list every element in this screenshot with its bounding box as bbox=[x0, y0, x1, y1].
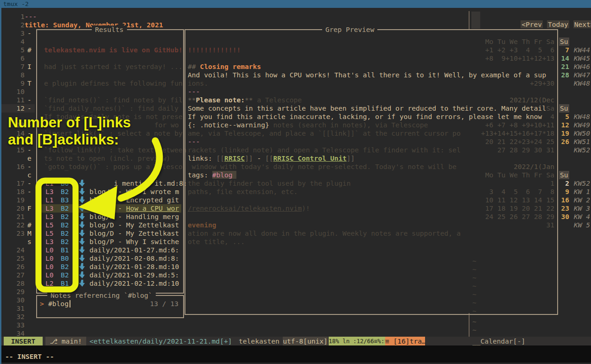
result-label: daily/2021-01-28.md:10 bbox=[89, 263, 179, 271]
calendar-sunday-day[interactable]: 2 bbox=[565, 179, 569, 188]
results-row[interactable]: L0B1daily/2021-01-27.md:6: bbox=[37, 246, 181, 254]
calendar-sunday-day[interactable]: 30 bbox=[561, 213, 569, 221]
line-number: 12 bbox=[5, 104, 25, 113]
calendar-sunday-day[interactable]: 9 bbox=[565, 188, 569, 196]
calendar-sunday-day[interactable]: 14 bbox=[561, 54, 569, 63]
calendar-week-number: KW50 bbox=[574, 129, 590, 138]
preview-line: --- bbox=[188, 88, 200, 96]
file-path-segment[interactable]: <ettelkasten/daily/2021-11-21.md[+] bbox=[89, 337, 232, 345]
results-row[interactable]: L0B0daily/2021-02-08.md:8: bbox=[37, 254, 181, 263]
line-number: 27 bbox=[5, 271, 25, 279]
line-number: 10 bbox=[5, 88, 25, 96]
results-row[interactable]: L5B2blog/D - My Zettelkast bbox=[37, 229, 181, 238]
line-number: 11 bbox=[5, 96, 25, 104]
results-row[interactable]: L0B2daily/2021-01-29.md:5: bbox=[37, 271, 181, 279]
note-icon-wrap bbox=[79, 238, 85, 246]
calendar-prev-button[interactable]: <Prev bbox=[521, 20, 543, 28]
window-separator[interactable] bbox=[469, 313, 470, 337]
calendar-week-days: 31 bbox=[546, 221, 554, 229]
preview-line: links: [[RRISC]] - [[RRISC Control Unit]… bbox=[188, 154, 355, 163]
buffer-text-fragment: - bbox=[27, 96, 32, 104]
links-count: L3 bbox=[45, 204, 54, 213]
annotation-text: Number of [L]inks and [B]acklinks: bbox=[8, 114, 131, 148]
diagnostics-segment[interactable]: ≡ [16]tra… bbox=[385, 337, 425, 345]
links-count: L2 bbox=[45, 279, 54, 288]
line-number: 22 bbox=[5, 221, 25, 229]
links-count: L0 bbox=[45, 271, 54, 279]
markdown-note-icon bbox=[79, 246, 85, 253]
preview-line: --- bbox=[188, 138, 200, 146]
line-number: 24 bbox=[5, 246, 25, 254]
preview-line: ote title, ... bbox=[188, 238, 245, 246]
backlinks-count: B1 bbox=[61, 246, 69, 254]
calendar-week-days: 27 28 29 30 31 bbox=[493, 146, 554, 154]
results-row[interactable]: L3B2blog/P - Why I wrote m bbox=[37, 188, 181, 196]
markdown-note-icon bbox=[79, 213, 85, 220]
note-icon-wrap bbox=[79, 221, 85, 229]
preview-line: paths, file extension, etc. bbox=[188, 188, 298, 196]
preview-text-segment: --- bbox=[188, 138, 200, 145]
calendar-today-button[interactable]: Today bbox=[547, 20, 569, 28]
git-branch-segment[interactable]: ⎇ main! bbox=[45, 337, 86, 345]
results-row[interactable]: L1B3blog/P - Encrypted git bbox=[37, 196, 181, 204]
calendar-week-days: 4 bbox=[550, 113, 554, 121]
calendar-sunday-day[interactable]: 26 bbox=[561, 138, 569, 146]
calendar-sunday-day[interactable]: 12 bbox=[561, 121, 569, 129]
results-row[interactable]: L0B2daily/2021-01-28.md:10 bbox=[37, 263, 181, 271]
calendar-weekday-header: Mo Tu We Th Fr Sa bbox=[485, 171, 554, 179]
prompt-title: Notes referencing `#blog` bbox=[47, 291, 156, 300]
results-row[interactable]: L3B2blog/P - Why I switche bbox=[37, 238, 181, 246]
empty-line-tilde: ~ bbox=[472, 265, 477, 274]
calendar-sunday-header: Su bbox=[559, 171, 569, 179]
results-row[interactable]: L3B2blog/P - Handling merg bbox=[37, 213, 181, 221]
results-row[interactable]: L2B1daily/2021-02-12.md:10 bbox=[37, 279, 181, 288]
backlinks-count: B3 bbox=[61, 196, 69, 204]
calendar-week-number: KW 5 bbox=[574, 221, 590, 229]
calendar-week-number: KW52 bbox=[574, 146, 590, 154]
preview-line: rackets (linked note) and open a Telesco… bbox=[188, 146, 461, 154]
empty-line-tilde: ~ bbox=[472, 326, 477, 334]
result-label: daily/2021-02-12.md:10 bbox=[89, 279, 179, 288]
calendar-sunday-day[interactable]: 21 bbox=[561, 63, 569, 71]
markdown-note-icon bbox=[79, 280, 85, 287]
line-number: 18 bbox=[5, 188, 25, 196]
calendar-sunday-day[interactable]: 7 bbox=[565, 46, 569, 54]
line-number: 1 bbox=[5, 13, 25, 21]
markdown-note-icon bbox=[79, 221, 85, 228]
results-row[interactable]: L3B2blog/P - How a CPU wor bbox=[37, 204, 181, 213]
encoding-segment: utf-8[unix] bbox=[283, 337, 328, 345]
search-input[interactable]: #blog bbox=[48, 300, 69, 308]
buffer-text-fragment: # bbox=[27, 221, 32, 229]
calendar-sunday-day[interactable]: 19 bbox=[561, 129, 569, 138]
calendar-next-button[interactable]: Next> bbox=[573, 20, 591, 28]
line-number: 20 bbox=[5, 204, 25, 213]
preview-text-segment: window with today's daily note pre-selec… bbox=[188, 163, 457, 170]
calendar-cursor-cell bbox=[471, 12, 480, 29]
preview-text-segment: [[ bbox=[216, 154, 225, 162]
preview-text-segment: !!!!!!!!!!!!! bbox=[188, 46, 241, 54]
preview-text-segment: paths, file extension, etc. bbox=[188, 188, 298, 195]
backlinks-count: B2 bbox=[61, 238, 69, 246]
links-count: L1 bbox=[45, 196, 54, 204]
calendar-week-days: 20 21 22+23+24 25 bbox=[481, 138, 554, 146]
window-separator[interactable] bbox=[469, 11, 470, 29]
calendar-sunday-day[interactable]: 16 bbox=[561, 196, 569, 204]
preview-line: Some concepts in this article have been … bbox=[188, 104, 546, 113]
result-label: daily/2021-01-29.md:5: bbox=[89, 271, 179, 279]
results-row[interactable]: L1B0 i mention it.md:8: bbox=[37, 179, 181, 188]
cursor-position-segment: 18% ln :12/66≡%:50 bbox=[329, 337, 385, 345]
calendar-sunday-day[interactable]: 5 bbox=[565, 113, 569, 121]
preview-line: {: .notice--warning} notes (search in no… bbox=[188, 121, 428, 129]
calendar-sunday-day[interactable]: 28 bbox=[561, 71, 569, 79]
backlinks-count: B0 bbox=[61, 179, 69, 188]
results-row[interactable]: L5B2blog/D - My Zettelkast bbox=[37, 221, 181, 229]
calendar-sunday-day[interactable]: 23 bbox=[561, 204, 569, 213]
calendar-month-title: 2022/1(Jan bbox=[514, 163, 554, 171]
calendar-week-number: KW 1 bbox=[574, 188, 590, 196]
preview-text-segment: ions. bbox=[188, 79, 208, 87]
buffer-text-fragment: M bbox=[27, 229, 32, 238]
preview-text-segment: ** bbox=[188, 96, 196, 104]
line-number: 2 bbox=[5, 21, 25, 29]
preview-line: evening bbox=[188, 221, 216, 229]
buffer-text-fragment: T bbox=[27, 79, 32, 88]
